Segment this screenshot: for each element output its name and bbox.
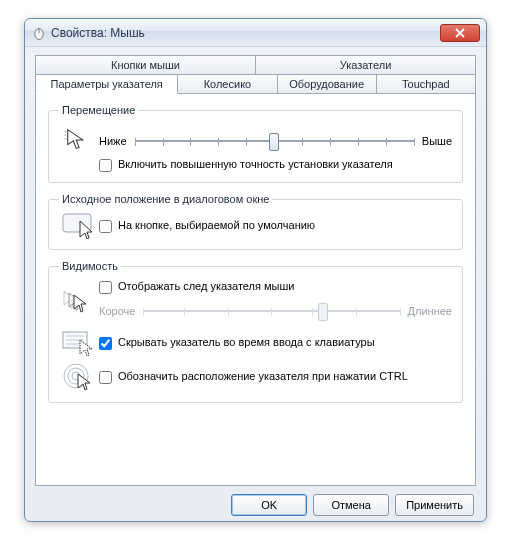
snap-group: Исходное положение в диалоговом окне На … (48, 193, 463, 250)
button-label: OK (261, 499, 277, 511)
tab-label: Кнопки мыши (111, 59, 180, 71)
tab-pointers[interactable]: Указатели (256, 55, 476, 74)
button-label: Применить (406, 499, 463, 511)
tab-label: Оборудование (289, 78, 364, 90)
trails-slider (143, 300, 399, 322)
window-title: Свойства: Мышь (51, 26, 440, 40)
button-label: Отмена (331, 499, 370, 511)
dialog-buttons: OK Отмена Применить (35, 486, 476, 516)
hide-typing-checkbox[interactable] (99, 337, 112, 350)
close-button[interactable] (440, 24, 480, 42)
tab-row-top: Кнопки мыши Указатели (35, 55, 476, 74)
trails-slider-row: Короче Длинн (99, 294, 452, 324)
motion-icon (59, 124, 99, 154)
tab-row-bottom: Параметры указателя Колесико Оборудовани… (35, 74, 476, 94)
ctrl-locate-label: Обозначить расположение указателя при на… (118, 370, 408, 382)
tab-touchpad[interactable]: Touchpad (377, 74, 476, 94)
motion-group: Перемещение Ниже (48, 104, 463, 183)
client-area: Кнопки мыши Указатели Параметры указател… (25, 47, 486, 526)
tab-buttons[interactable]: Кнопки мыши (35, 55, 256, 74)
ctrl-locate-checkbox[interactable] (99, 371, 112, 384)
titlebar[interactable]: Свойства: Мышь (25, 19, 486, 47)
speed-slider[interactable] (135, 130, 414, 152)
tab-content: Перемещение Ниже (35, 94, 476, 486)
mouse-app-icon (31, 25, 47, 41)
hide-typing-icon (59, 330, 99, 356)
mouse-properties-window: Свойства: Мышь Кнопки мыши Указатели Пар… (24, 18, 487, 522)
tab-wheel[interactable]: Колесико (178, 74, 277, 94)
tab-label: Указатели (340, 59, 392, 71)
ctrl-locate-icon (59, 362, 99, 392)
trails-checkbox[interactable] (99, 281, 112, 294)
speed-slider-row: Ниже (99, 124, 452, 154)
precision-checkbox[interactable] (99, 159, 112, 172)
visibility-group: Видимость Отображать след указателя мыши (48, 260, 463, 403)
speed-fast-label: Выше (422, 135, 452, 147)
trails-label: Отображать след указателя мыши (118, 280, 294, 292)
speed-slow-label: Ниже (99, 135, 127, 147)
trails-icon (59, 289, 99, 315)
tab-hardware[interactable]: Оборудование (278, 74, 377, 94)
snap-label: На кнопке, выбираемой по умолчанию (118, 219, 315, 231)
trails-long-label: Длиннее (408, 305, 452, 317)
trails-short-label: Короче (99, 305, 135, 317)
tab-label: Колесико (204, 78, 252, 90)
snap-legend: Исходное положение в диалоговом окне (59, 193, 272, 205)
close-icon (455, 28, 465, 38)
tab-pointer-options[interactable]: Параметры указателя (35, 74, 178, 94)
cancel-button[interactable]: Отмена (313, 494, 389, 516)
apply-button[interactable]: Применить (395, 494, 474, 516)
ok-button[interactable]: OK (231, 494, 307, 516)
hide-typing-label: Скрывать указатель во время ввода с клав… (118, 336, 375, 348)
tab-label: Touchpad (402, 78, 450, 90)
tab-label: Параметры указателя (51, 78, 163, 90)
snap-icon (59, 213, 99, 239)
motion-legend: Перемещение (59, 104, 138, 116)
snap-checkbox[interactable] (99, 220, 112, 233)
visibility-legend: Видимость (59, 260, 121, 272)
precision-label: Включить повышенную точность установки у… (118, 158, 393, 170)
